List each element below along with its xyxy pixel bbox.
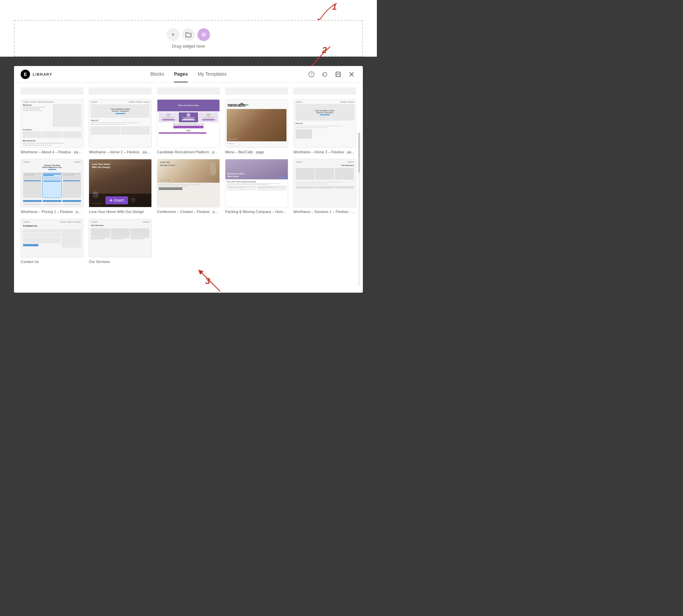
tab-blocks[interactable]: Blocks bbox=[150, 66, 164, 82]
card-wireframe-services1[interactable]: Our Services bbox=[294, 159, 356, 214]
insert-button[interactable]: Insert bbox=[105, 196, 128, 204]
card-thumb-conference: HOW CANWE HELP YOU? VISIT US · LINE bbox=[157, 159, 220, 207]
card-thumb-wireframe-home2: This Headline Grabs Visitors' Attention … bbox=[89, 99, 151, 148]
library-tabs: Blocks Pages My Templates bbox=[150, 66, 227, 82]
interior-overlay-text: Love Your HomeWith Our Design bbox=[92, 163, 110, 169]
neocaffe-image: Coffee & Menu bbox=[227, 109, 286, 141]
card-label-conference: Conference – Contact – Flexbox · p... bbox=[157, 209, 220, 214]
neocaffe-details: ★★★★★ · · · · · · · · · — — — — — — — — … bbox=[226, 142, 287, 147]
annotation-2: 2 bbox=[322, 45, 327, 55]
card-conference-contact[interactable]: HOW CANWE HELP YOU? VISIT US · LINE C bbox=[157, 159, 220, 214]
contact-us-heading: Contact Us bbox=[23, 224, 81, 227]
template-grid-row3: Contact Us bbox=[21, 219, 356, 264]
magic-button[interactable] bbox=[197, 28, 210, 41]
library-header: E LIBRARY Blocks Pages My Templates ? bbox=[14, 66, 363, 83]
card-interior-design[interactable]: Love Your HomeWith Our Design Our Design… bbox=[89, 159, 151, 214]
library-title-text: LIBRARY bbox=[33, 72, 52, 76]
annotation-3: 3 bbox=[206, 276, 210, 286]
card-label-services: Wireframe – Services 1 – Flexbox · ... bbox=[294, 209, 356, 214]
card-thumb-wireframe-home3: This Headline Grabs Visitors' Attention … bbox=[294, 99, 356, 148]
card-packing-moving[interactable]: Moving Has NeverBeen Easier Don't Move. … bbox=[225, 159, 288, 214]
separator-bar: 2 bbox=[0, 57, 377, 66]
card-label-contact: Contact Us bbox=[21, 259, 83, 264]
card-contact-us[interactable]: Contact Us bbox=[21, 219, 83, 264]
svg-rect-7 bbox=[337, 74, 340, 76]
card-label-interior: Love Your Home With Our Design bbox=[89, 209, 151, 214]
tab-my-templates[interactable]: My Templates bbox=[198, 66, 227, 82]
card-label-wireframe-about4: Wireframe – About 4 – Flexbox · pa... bbox=[21, 150, 83, 154]
our-services-heading: Our Services bbox=[91, 224, 149, 226]
elementor-icon: E bbox=[21, 70, 30, 79]
drag-widget-text: Drag widget here bbox=[172, 44, 205, 49]
help-button[interactable]: ? bbox=[307, 70, 316, 79]
neocaffe-logo-text: neocaffe•• bbox=[226, 100, 287, 108]
card-label-wireframe-home3: Wireframe – Home 3 – Flexbox · pa... bbox=[294, 150, 356, 154]
widget-buttons: + bbox=[167, 28, 210, 41]
folder-button[interactable] bbox=[182, 28, 195, 41]
template-grid-row1: About Us Our Mission bbox=[21, 99, 356, 154]
card-thumb-wireframe-about4: About Us Our Mission bbox=[21, 99, 83, 148]
scrollbar[interactable] bbox=[358, 133, 360, 286]
card-candidate-recruitment[interactable]: Plans For Every Team bbox=[157, 99, 220, 154]
card-label-neocaffe: Menu – Bar/Cafe · page bbox=[225, 150, 288, 154]
card-wireframe-home2[interactable]: This Headline Grabs Visitors' Attention … bbox=[89, 99, 151, 154]
card-thumb-candidate: Plans For Every Team bbox=[157, 99, 220, 148]
card-placeholder-4 bbox=[225, 219, 288, 264]
card-label-pricing: Wireframe – Pricing 1 – Flexbox · p... bbox=[21, 209, 83, 214]
card-wireframe-about4[interactable]: About Us Our Mission bbox=[21, 99, 83, 154]
favorite-button[interactable]: ♡ bbox=[131, 197, 135, 204]
scrollbar-thumb[interactable] bbox=[358, 133, 360, 173]
card-placeholder-5 bbox=[294, 219, 356, 264]
card-wireframe-pricing1[interactable]: Choose The PlanThat's Right For You. bbox=[21, 159, 83, 214]
card-label-moving: Packing & Moving Company – Hom... bbox=[225, 209, 288, 214]
svg-text:?: ? bbox=[311, 72, 313, 76]
card-thumb-contact: Contact Us bbox=[21, 219, 83, 257]
card-label-our-services: Our Services bbox=[89, 259, 151, 264]
card-thumb-moving: Moving Has NeverBeen Easier Don't Move. … bbox=[225, 159, 288, 207]
card-placeholder-3 bbox=[157, 219, 220, 264]
card-wireframe-home3[interactable]: This Headline Grabs Visitors' Attention … bbox=[294, 99, 356, 154]
card-thumb-neocaffe: neocaffe•• Coffee & Menu ★★★★★ · · · · ·… bbox=[225, 99, 288, 148]
drop-zone: + Drag widget here bbox=[14, 20, 363, 57]
header-actions: ? bbox=[307, 70, 356, 79]
annotation-1: 1 bbox=[332, 2, 337, 12]
add-widget-button[interactable]: + bbox=[167, 28, 179, 41]
card-thumb-interior: Love Your HomeWith Our Design Our Design… bbox=[89, 159, 151, 207]
card-thumb-pricing: Choose The PlanThat's Right For You. bbox=[21, 159, 83, 207]
library-modal: E LIBRARY Blocks Pages My Templates ? bbox=[14, 66, 363, 293]
refresh-button[interactable] bbox=[320, 70, 329, 79]
card-label-wireframe-home2: Wireframe – Home 2 – Flexbox · pa... bbox=[89, 150, 151, 154]
card-thumb-our-services: Our Services bbox=[89, 219, 151, 257]
library-logo: E LIBRARY bbox=[21, 70, 52, 79]
library-content: About Us Our Mission bbox=[14, 83, 363, 289]
template-grid-row2: Choose The PlanThat's Right For You. bbox=[21, 159, 356, 214]
card-label-candidate: Candidate Recruitment Platform · p... bbox=[157, 150, 220, 154]
tab-pages[interactable]: Pages bbox=[174, 66, 188, 82]
card-menu-barcafe[interactable]: neocaffe•• Coffee & Menu ★★★★★ · · · · ·… bbox=[225, 99, 288, 154]
card-thumb-services: Our Services bbox=[294, 159, 356, 207]
card-our-services[interactable]: Our Services bbox=[89, 219, 151, 264]
save-button[interactable] bbox=[334, 70, 343, 79]
close-button[interactable] bbox=[347, 70, 356, 79]
